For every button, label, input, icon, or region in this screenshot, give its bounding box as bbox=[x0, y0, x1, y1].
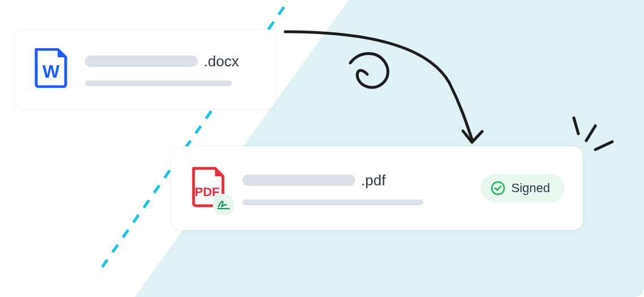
word-file-icon: W bbox=[33, 48, 69, 90]
filename-bar bbox=[85, 56, 198, 67]
checkmark-circle-icon bbox=[491, 181, 505, 196]
file-name-placeholder: .pdf bbox=[242, 172, 480, 205]
pdf-file-icon: PDF bbox=[189, 167, 226, 210]
filename-bar bbox=[242, 175, 355, 186]
target-extension: .pdf bbox=[361, 172, 385, 189]
source-file-card: W .docx bbox=[15, 29, 275, 109]
svg-line-2 bbox=[595, 142, 612, 150]
file-name-placeholder: .docx bbox=[85, 53, 257, 86]
status-label: Signed bbox=[511, 181, 550, 196]
signature-icon bbox=[213, 194, 234, 215]
target-file-card: PDF .pdf Signed bbox=[171, 146, 583, 230]
svg-text:W: W bbox=[42, 61, 60, 82]
svg-point-5 bbox=[492, 182, 504, 194]
source-extension: .docx bbox=[204, 53, 239, 70]
svg-line-1 bbox=[586, 126, 595, 141]
metadata-bar bbox=[85, 80, 232, 86]
metadata-bar bbox=[242, 200, 423, 205]
signed-status-badge: Signed bbox=[480, 174, 565, 202]
svg-line-0 bbox=[574, 118, 578, 134]
